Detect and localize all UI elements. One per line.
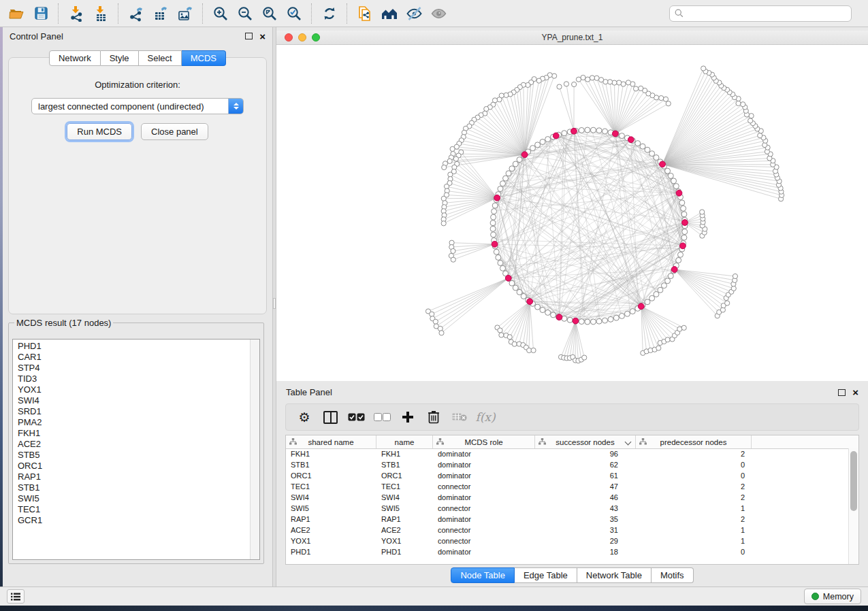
tab-label: Select: [148, 53, 172, 63]
mcds-result-item[interactable]: CAR1: [18, 352, 245, 363]
zoom-selected-icon[interactable]: [282, 3, 306, 24]
table-cell: 62: [535, 461, 636, 469]
tab-style[interactable]: Style: [101, 50, 139, 66]
import-table-icon[interactable]: [89, 3, 113, 24]
mcds-result-item[interactable]: PMA2: [18, 417, 245, 428]
table-row[interactable]: SWI4SWI4dominator462: [286, 492, 849, 503]
close-panel-icon[interactable]: ×: [259, 31, 266, 42]
mcds-result-item[interactable]: SRD1: [18, 406, 245, 417]
table-cell: RAP1: [376, 515, 433, 523]
mcds-result-item[interactable]: STB5: [18, 450, 245, 461]
table-scrollbar-thumb[interactable]: [850, 451, 857, 511]
add-column-icon[interactable]: [395, 406, 421, 429]
mcds-result-item[interactable]: ACE2: [18, 439, 245, 450]
splitter-grip[interactable]: [273, 298, 276, 309]
open-session-icon[interactable]: [4, 3, 29, 24]
table-scrollbar[interactable]: [848, 448, 858, 564]
table-cell: dominator: [433, 493, 535, 501]
node-table: shared name name MCDS role successor nod…: [285, 435, 859, 565]
split-columns-icon[interactable]: [317, 406, 343, 429]
memory-button[interactable]: Memory: [804, 589, 861, 604]
table-row[interactable]: SWI5SWI5connector431: [286, 503, 849, 514]
close-panel-icon[interactable]: ×: [852, 387, 858, 397]
delete-table-icon[interactable]: [447, 406, 472, 429]
home-networks-icon[interactable]: [377, 3, 402, 24]
mcds-result-listbox: PHD1CAR1STP4TID3YOX1SWI4SRD1PMA2FKH1ACE2…: [12, 339, 260, 560]
table-cell: 46: [535, 493, 636, 501]
mcds-result-item[interactable]: SWI5: [18, 493, 245, 504]
refresh-icon[interactable]: [317, 3, 342, 24]
close-panel-button[interactable]: Close panel: [141, 123, 208, 140]
tab-network-table[interactable]: Network Table: [577, 567, 652, 583]
table-row[interactable]: PHD1PHD1dominator180: [286, 546, 849, 557]
table-row[interactable]: RAP1RAP1dominator352: [286, 514, 849, 525]
settings-gear-icon[interactable]: ⚙: [291, 406, 317, 429]
network-document-share-icon[interactable]: [353, 3, 377, 24]
desktop-wallpaper-edge: [0, 606, 868, 611]
export-table-icon[interactable]: [148, 3, 173, 24]
column-header-predecessor-nodes[interactable]: predecessor nodes: [636, 435, 752, 448]
tab-node-table[interactable]: Node Table: [451, 567, 515, 583]
mcds-result-item[interactable]: FKH1: [18, 428, 245, 439]
mcds-result-item[interactable]: YOX1: [18, 384, 245, 395]
search-input[interactable]: [684, 8, 847, 19]
save-session-icon[interactable]: [29, 3, 53, 24]
float-panel-icon[interactable]: [245, 33, 253, 39]
show-elements-icon[interactable]: [426, 3, 451, 24]
column-label: successor nodes: [556, 438, 614, 446]
network-window-titlebar[interactable]: YPA_prune.txt_1: [276, 31, 868, 45]
mcds-result-item[interactable]: SWI4: [18, 395, 245, 406]
delete-column-icon[interactable]: [421, 406, 447, 429]
network-canvas[interactable]: [276, 45, 868, 381]
zoom-in-icon[interactable]: [208, 3, 233, 24]
column-header-name[interactable]: name: [376, 435, 433, 448]
toolbar-separator: [202, 3, 204, 24]
mcds-result-item[interactable]: ORC1: [18, 461, 245, 472]
table-row[interactable]: ACE2ACE2connector311: [286, 525, 849, 535]
tab-select[interactable]: Select: [139, 50, 182, 66]
mcds-result-item[interactable]: RAP1: [18, 472, 245, 482]
table-cell: TEC1: [376, 482, 433, 491]
optimization-criterion-select[interactable]: largest connected component (undirected): [31, 98, 244, 114]
function-builder-icon[interactable]: f(x): [472, 406, 498, 429]
mcds-list-scrollbar[interactable]: [250, 340, 259, 559]
table-row[interactable]: TEC1TEC1connector472: [286, 481, 849, 492]
table-cell: 47: [535, 482, 636, 491]
import-network-icon[interactable]: [64, 3, 89, 24]
workspace-column: YPA_prune.txt_1 Table Panel × ⚙: [276, 27, 868, 587]
tab-edge-table[interactable]: Edge Table: [515, 567, 577, 583]
hide-elements-icon[interactable]: [402, 3, 426, 24]
column-header-filler: [752, 435, 858, 448]
zoom-fit-icon[interactable]: [257, 3, 282, 24]
column-header-shared-name[interactable]: shared name: [286, 435, 376, 448]
mcds-result-item[interactable]: TID3: [18, 374, 245, 384]
column-header-mcds-role[interactable]: MCDS role: [433, 435, 535, 448]
button-label: Close panel: [151, 127, 198, 137]
table-row[interactable]: YOX1YOX1connector291: [286, 535, 849, 546]
export-network-icon[interactable]: [124, 3, 148, 24]
float-panel-icon[interactable]: [838, 389, 846, 396]
tab-label: Edge Table: [524, 570, 568, 580]
mcds-result-item[interactable]: STP4: [18, 363, 245, 374]
table-row[interactable]: FKH1FKH1dominator962: [286, 448, 849, 459]
select-all-checkbox-icon[interactable]: [343, 406, 369, 429]
button-label: Run MCDS: [77, 127, 122, 137]
task-history-button[interactable]: [7, 589, 25, 604]
table-cell: STB1: [376, 461, 433, 469]
tab-network[interactable]: Network: [49, 50, 101, 66]
run-mcds-button[interactable]: Run MCDS: [67, 123, 132, 140]
mcds-result-item[interactable]: TEC1: [18, 504, 245, 515]
table-row[interactable]: ORC1ORC1dominator610: [286, 470, 849, 481]
tab-motifs[interactable]: Motifs: [652, 567, 694, 583]
table-cell: dominator: [433, 461, 535, 469]
mcds-result-item[interactable]: STB1: [18, 482, 245, 493]
network-graph[interactable]: [276, 45, 868, 381]
deselect-all-checkbox-icon[interactable]: [369, 406, 395, 429]
column-header-successor-nodes[interactable]: successor nodes: [535, 435, 636, 448]
mcds-result-item[interactable]: PHD1: [18, 341, 245, 352]
table-row[interactable]: STB1STB1dominator620: [286, 459, 849, 470]
tab-mcds[interactable]: MCDS: [182, 50, 226, 66]
zoom-out-icon[interactable]: [233, 3, 257, 24]
mcds-result-item[interactable]: GCR1: [18, 515, 245, 526]
export-image-icon[interactable]: [173, 3, 197, 24]
